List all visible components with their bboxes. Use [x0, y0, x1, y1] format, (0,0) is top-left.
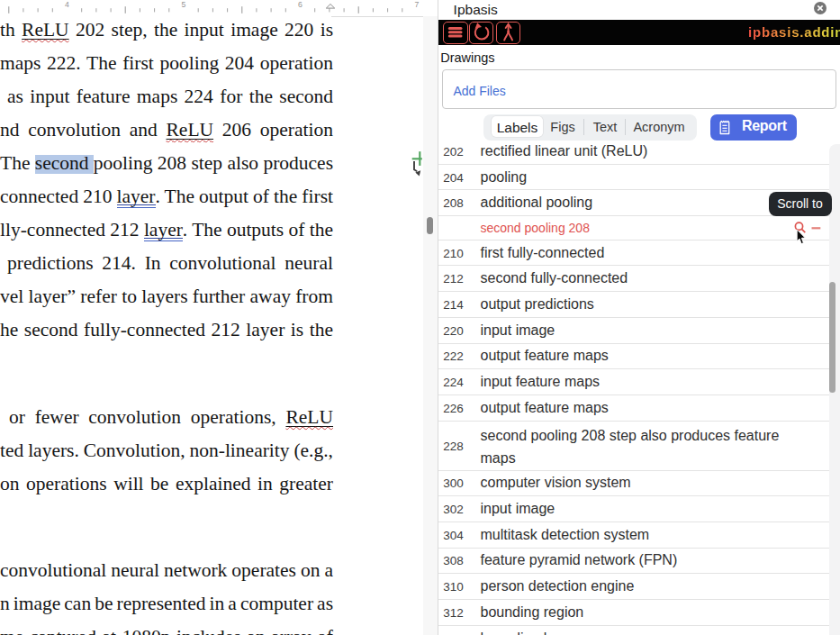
svg-text:4: 4: [65, 0, 69, 9]
svg-text:5: 5: [182, 0, 186, 9]
svg-text:7: 7: [415, 0, 420, 9]
svg-text:6: 6: [298, 0, 303, 9]
